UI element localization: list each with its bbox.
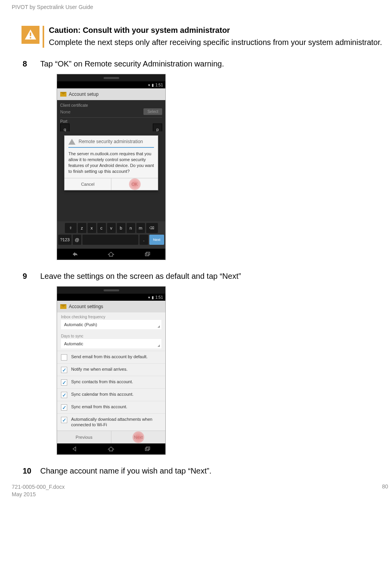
nav-recent-icon[interactable] (144, 251, 151, 257)
wifi-icon: ▾ (148, 295, 150, 300)
key-c[interactable]: c (97, 223, 106, 233)
svg-rect-4 (146, 252, 150, 255)
phone-speaker-area (57, 74, 165, 81)
option-row[interactable]: Sync email from this account. (57, 401, 165, 413)
caution-block: Caution: Consult with your system admini… (21, 26, 388, 48)
key-sym[interactable]: ?123 (58, 235, 72, 245)
cancel-button[interactable]: Cancel (64, 178, 111, 190)
key-space[interactable] (82, 235, 138, 245)
tap-indicator-icon (129, 178, 141, 190)
app-header: Account setup (57, 88, 165, 100)
caution-body: Complete the next steps only after recei… (49, 37, 388, 48)
option-row[interactable]: Notify me when email arrives. (57, 363, 165, 376)
checkbox[interactable] (61, 404, 67, 411)
status-bar: ▾ ▮ 1:51 (57, 81, 165, 88)
key-b[interactable]: b (117, 223, 125, 233)
key-next[interactable]: Next (149, 235, 164, 245)
page-header: PIVOT by Spectralink User Guide (12, 4, 388, 10)
app-header: Account settings (57, 301, 165, 312)
option-text: Send email from this account by default. (71, 354, 161, 359)
screenshot-remote-security: ▾ ▮ 1:51 Account setup Client certificat… (57, 74, 166, 260)
battery-icon: ▮ (152, 83, 154, 87)
tap-indicator-icon (132, 431, 144, 443)
app-title: Account setup (69, 92, 98, 97)
option-text: Sync email from this account. (71, 404, 161, 409)
remote-security-dialog: Remote security administration The serve… (64, 135, 158, 190)
phone-speaker-area (57, 287, 165, 294)
key-n[interactable]: n (127, 223, 135, 233)
svg-rect-1 (30, 32, 31, 36)
warning-icon (68, 139, 75, 145)
caution-title: Caution: Consult with your system admini… (49, 26, 388, 35)
key-p[interactable]: p (153, 124, 162, 131)
days-sync-dropdown[interactable]: Automatic (61, 339, 161, 348)
key-at[interactable]: @ (73, 235, 81, 245)
days-sync-label: Days to sync (57, 332, 165, 339)
checkbox[interactable] (61, 354, 67, 361)
status-bar: ▾ ▮ 1:51 (57, 294, 165, 301)
checkbox[interactable] (61, 367, 67, 373)
android-nav-bar (57, 249, 165, 260)
option-row[interactable]: Sync contacts from this account. (57, 376, 165, 388)
step-number: 8 (23, 59, 40, 68)
inbox-freq-dropdown[interactable]: Automatic (Push) (61, 320, 161, 329)
key-z[interactable]: z (78, 223, 86, 233)
key-⇧[interactable]: ⇧ (65, 223, 77, 233)
key-x[interactable]: x (88, 223, 96, 233)
status-time: 1:51 (156, 295, 163, 300)
mail-icon (60, 92, 66, 97)
checkbox[interactable] (61, 379, 67, 386)
step-number: 9 (23, 272, 40, 281)
caution-bar (43, 26, 44, 48)
option-row[interactable]: Send email from this account by default. (57, 351, 165, 363)
nav-home-icon[interactable] (107, 446, 115, 452)
caution-icon (21, 26, 39, 44)
keyboard: ⇧zxcvbnm⌫ ?123 @ . Next (57, 221, 165, 249)
client-cert-value: None (60, 109, 70, 114)
option-text: Sync calendar from this account. (71, 391, 161, 397)
option-row[interactable]: Sync calendar from this account. (57, 388, 165, 401)
step-text: Leave the settings on the screen as defa… (40, 272, 388, 281)
dialog-title: Remote security administration (79, 139, 143, 144)
nav-back-icon[interactable] (72, 251, 79, 257)
checkbox[interactable] (61, 392, 67, 398)
key-q[interactable]: q (60, 124, 70, 131)
step-text: Change account name if you wish and tap … (40, 467, 388, 476)
svg-rect-3 (145, 253, 149, 256)
key-m[interactable]: m (136, 223, 145, 233)
mail-icon (60, 304, 66, 309)
step-10: 10 Change account name if you wish and t… (23, 467, 388, 476)
step-number: 10 (23, 467, 40, 476)
checkbox[interactable] (61, 417, 67, 423)
page-footer: 721-0005-000_F.docx May 2015 80 (12, 483, 388, 499)
svg-rect-7 (146, 447, 150, 449)
option-text: Automatically download attachments when … (71, 416, 161, 428)
next-button[interactable]: Next (111, 431, 165, 443)
dialog-body: The server m.outlook.com requires that y… (64, 148, 158, 178)
option-row[interactable]: Automatically download attachments when … (57, 413, 165, 431)
port-label: Port (60, 119, 162, 124)
svg-rect-6 (145, 448, 149, 450)
svg-marker-5 (73, 447, 76, 451)
step-text: Tap “OK” on Remote security Administrati… (40, 59, 388, 68)
step-8: 8 Tap “OK” on Remote security Administra… (23, 59, 388, 68)
key-dot[interactable]: . (140, 235, 148, 245)
select-button[interactable]: Select (143, 108, 162, 115)
android-nav-bar (57, 443, 165, 454)
client-cert-label: Client certificate (60, 103, 162, 108)
nav-home-icon[interactable] (107, 251, 115, 257)
nav-back-icon[interactable] (72, 446, 79, 452)
previous-button[interactable]: Previous (57, 431, 111, 443)
screenshot-account-settings: ▾ ▮ 1:51 Account settings Inbox checking… (57, 286, 166, 455)
ok-button[interactable]: OK (111, 178, 158, 190)
key-⌫[interactable]: ⌫ (146, 223, 158, 233)
key-v[interactable]: v (107, 223, 116, 233)
svg-rect-2 (30, 37, 31, 38)
step-9: 9 Leave the settings on the screen as de… (23, 272, 388, 281)
footer-date: May 2015 (12, 491, 64, 499)
battery-icon: ▮ (152, 295, 154, 300)
nav-recent-icon[interactable] (144, 446, 151, 452)
app-title: Account settings (69, 304, 103, 309)
option-text: Sync contacts from this account. (71, 379, 161, 384)
wifi-icon: ▾ (148, 83, 150, 87)
